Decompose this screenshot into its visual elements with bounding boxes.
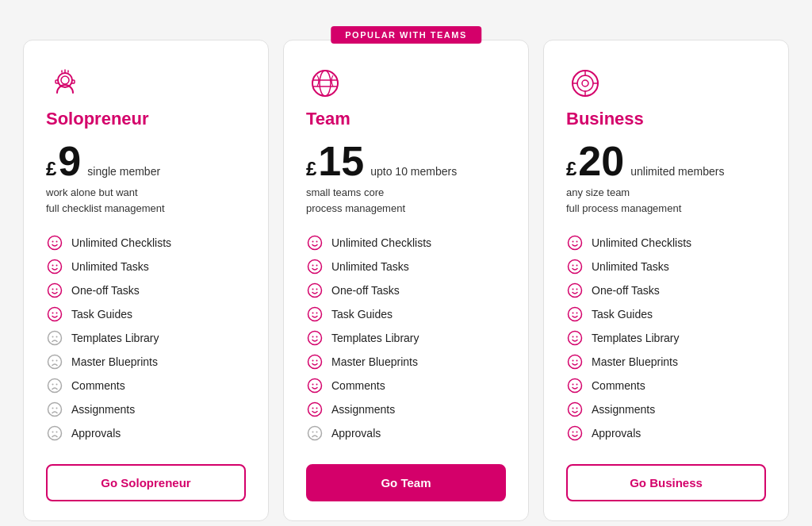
svg-point-43	[312, 289, 314, 290]
svg-point-94	[569, 427, 582, 440]
svg-point-52	[312, 360, 314, 362]
svg-point-76	[569, 284, 582, 298]
feature-item: Task Guides	[306, 302, 506, 326]
feature-label: Templates Library	[71, 332, 159, 344]
svg-point-25	[56, 384, 58, 386]
feature-label: Master Blueprints	[331, 355, 418, 368]
svg-point-8	[48, 260, 62, 274]
svg-point-10	[56, 265, 58, 267]
feature-label: Task Guides	[592, 308, 653, 321]
svg-point-14	[48, 308, 62, 321]
svg-point-38	[316, 241, 318, 243]
feature-item: Approvals	[566, 421, 766, 445]
svg-point-31	[56, 432, 58, 433]
svg-point-86	[573, 360, 574, 362]
popular-badge: POPULAR WITH TEAMS	[331, 26, 481, 44]
features-list-business: Unlimited Checklists Unlimited Tasks One…	[566, 231, 766, 445]
svg-point-13	[56, 289, 58, 290]
svg-point-58	[312, 408, 314, 409]
svg-point-55	[312, 384, 314, 386]
feature-item: Assignments	[46, 397, 246, 421]
svg-point-24	[52, 384, 54, 386]
svg-point-17	[48, 332, 62, 345]
svg-point-65	[582, 80, 588, 86]
feature-smiley-icon	[46, 329, 63, 347]
price-row-business: £ 20 unlimited members	[566, 140, 766, 182]
svg-point-80	[573, 313, 574, 314]
svg-point-30	[52, 432, 54, 433]
svg-point-5	[48, 236, 62, 250]
feature-item: Templates Library	[306, 326, 506, 350]
plan-name-team: Team	[306, 109, 506, 129]
price-desc: upto 10 members	[370, 165, 457, 178]
feature-label: One-off Tasks	[71, 284, 140, 297]
plan-button-business[interactable]: Go Business	[566, 464, 766, 501]
feature-label: Comments	[331, 379, 385, 392]
feature-smiley-icon	[566, 282, 584, 299]
feature-smiley-icon	[306, 377, 324, 394]
feature-label: Approvals	[592, 427, 641, 440]
svg-point-19	[56, 336, 58, 338]
feature-label: Task Guides	[71, 308, 132, 321]
features-list-solopreneur: Unlimited Checklists Unlimited Tasks One…	[46, 231, 246, 445]
svg-point-92	[573, 408, 574, 409]
plan-button-solopreneur[interactable]: Go Solopreneur	[46, 464, 246, 501]
svg-point-28	[56, 408, 58, 409]
feature-item: One-off Tasks	[566, 278, 766, 302]
feature-item: Master Blueprints	[306, 350, 506, 374]
feature-smiley-icon	[306, 305, 324, 323]
svg-point-44	[316, 289, 318, 290]
price-desc: unlimited members	[630, 165, 724, 178]
svg-point-50	[316, 336, 318, 338]
price-amount: 9	[58, 140, 81, 182]
svg-point-7	[56, 241, 58, 243]
feature-smiley-icon	[306, 353, 324, 371]
plan-card-team: POPULAR WITH TEAMS Team £ 15 upto 10 mem…	[283, 40, 529, 521]
svg-point-83	[573, 336, 574, 338]
svg-point-93	[576, 408, 578, 409]
feature-smiley-icon	[566, 329, 584, 347]
feature-label: Approvals	[71, 427, 121, 440]
feature-smiley-icon	[306, 329, 324, 347]
features-list-team: Unlimited Checklists Unlimited Tasks One…	[306, 231, 506, 445]
feature-item: Assignments	[566, 397, 766, 421]
feature-smiley-icon	[306, 234, 324, 251]
feature-smiley-icon	[46, 258, 63, 275]
feature-item: Unlimited Checklists	[306, 231, 506, 255]
svg-point-73	[569, 260, 582, 274]
svg-point-37	[312, 241, 314, 243]
feature-item: Task Guides	[46, 302, 246, 326]
svg-point-41	[316, 265, 318, 267]
feature-item: Comments	[46, 374, 246, 397]
feature-label: Unlimited Tasks	[71, 260, 149, 273]
svg-point-26	[48, 403, 62, 417]
svg-point-57	[308, 403, 322, 417]
feature-label: Master Blueprints	[592, 355, 678, 368]
plan-card-business: Business £ 20 unlimited members any size…	[543, 40, 789, 521]
price-row-solopreneur: £ 9 single member	[46, 140, 246, 182]
svg-point-85	[569, 355, 582, 369]
feature-smiley-icon	[306, 424, 324, 442]
feature-label: Assignments	[331, 403, 395, 416]
feature-item: Approvals	[46, 421, 246, 445]
svg-point-27	[52, 408, 54, 409]
svg-point-9	[52, 265, 54, 267]
svg-point-70	[569, 236, 582, 250]
svg-point-22	[56, 360, 58, 362]
feature-item: Master Blueprints	[566, 350, 766, 374]
feature-smiley-icon	[306, 282, 324, 299]
target-icon	[566, 64, 604, 102]
plan-button-team[interactable]: Go Team	[306, 464, 506, 501]
feature-item: Assignments	[306, 397, 506, 421]
svg-point-1	[61, 76, 69, 84]
plan-tagline-solopreneur: work alone but wantfull checklist manage…	[46, 185, 246, 217]
feature-smiley-icon	[46, 234, 63, 251]
feature-item: Task Guides	[566, 302, 766, 326]
feature-smiley-icon	[46, 305, 63, 323]
plan-name-business: Business	[566, 109, 766, 129]
feature-smiley-icon	[566, 258, 584, 275]
feature-item: Unlimited Tasks	[46, 255, 246, 278]
feature-label: Unlimited Checklists	[71, 236, 171, 249]
svg-point-51	[308, 355, 322, 369]
feature-label: Task Guides	[331, 308, 393, 321]
